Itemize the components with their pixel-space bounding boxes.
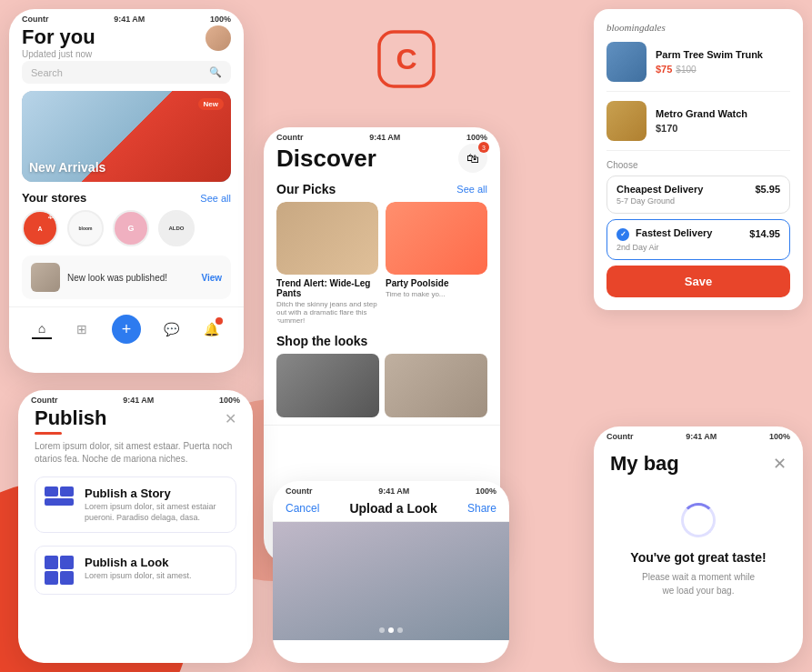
phone-my-bag: Countr 9:41 AM 100% My bag ✕ You've got … bbox=[594, 426, 803, 663]
nav-chat[interactable]: 💬 bbox=[161, 319, 181, 339]
pick-label-1: Trend Alert: Wide-Leg Pants bbox=[276, 278, 378, 298]
story-option-title: Publish a Story bbox=[85, 486, 226, 500]
store-icon-glossier[interactable]: G bbox=[113, 210, 149, 246]
pick-desc-2: Time to make yo... bbox=[386, 290, 487, 298]
carrier-5: Countr bbox=[606, 432, 634, 441]
status-bar-3: Countr 9:41 AM 100% bbox=[18, 390, 253, 406]
bag-title: My bag bbox=[610, 452, 679, 476]
time-5: 9:41 AM bbox=[686, 432, 717, 441]
see-all-stores[interactable]: See all bbox=[200, 193, 231, 204]
for-you-subtitle: Updated just now bbox=[22, 49, 95, 59]
fastest-sub: 2nd Day Air bbox=[617, 243, 780, 252]
shop-img-1[interactable] bbox=[276, 354, 379, 417]
stores-label: Your stores bbox=[22, 191, 86, 205]
item-name-1: Parm Tree Swim Trunk bbox=[656, 49, 763, 60]
upload-title: Upload a Look bbox=[349, 501, 436, 516]
phone-publish: Countr 9:41 AM 100% Publish ✕ Lorem ipsu… bbox=[18, 390, 253, 663]
save-button[interactable]: Save bbox=[606, 266, 790, 297]
shop-img-2[interactable] bbox=[385, 354, 487, 417]
share-button[interactable]: Share bbox=[467, 502, 496, 515]
phone-for-you: Countr 9:41 AM 100% For you Updated just… bbox=[9, 9, 244, 373]
carrier-3: Countr bbox=[31, 396, 58, 405]
cart-button[interactable]: 🛍 3 bbox=[458, 144, 487, 173]
publish-look-option[interactable]: Publish a Look Lorem ipsum dolor, sit am… bbox=[35, 546, 236, 595]
publish-desc: Lorem ipsum dolor, sit amest estaar. Pue… bbox=[35, 440, 236, 466]
look-icon bbox=[45, 556, 74, 585]
time-2: 9:41 AM bbox=[369, 133, 400, 142]
shop-grid bbox=[276, 354, 487, 417]
item-image-2 bbox=[606, 101, 647, 141]
look-option-desc: Lorem ipsum dolor, sit amest. bbox=[85, 571, 192, 582]
battery-4: 100% bbox=[476, 486, 496, 496]
nav-plus[interactable]: + bbox=[112, 315, 141, 344]
battery-5: 100% bbox=[769, 432, 790, 441]
shop-item-2[interactable]: Metro Grand Watch $170 bbox=[606, 101, 790, 151]
banner-new-arrivals[interactable]: New Arrivals New bbox=[22, 91, 231, 182]
cheapest-sub: 5-7 Day Ground bbox=[617, 196, 780, 206]
close-icon[interactable]: ✕ bbox=[225, 410, 236, 427]
status-bar-4: Countr 9:41 AM 100% bbox=[273, 481, 509, 497]
store-icon-aldo[interactable]: ALDO bbox=[158, 210, 195, 246]
delivery-cheapest[interactable]: Cheapest Delivery $5.95 5-7 Day Ground bbox=[606, 176, 790, 214]
nav-home[interactable]: ⌂ bbox=[32, 319, 52, 339]
shop-section-title: Shop the looks bbox=[276, 334, 487, 348]
battery-3: 100% bbox=[219, 396, 240, 405]
banner-label: New Arrivals bbox=[22, 153, 113, 182]
nav-bell[interactable]: 🔔 bbox=[201, 319, 221, 339]
pick-image-2 bbox=[386, 202, 487, 275]
see-all-picks[interactable]: See all bbox=[456, 184, 487, 195]
store-icon-anline[interactable]: A 44 bbox=[22, 210, 58, 246]
picks-section: Our Picks See all Trend Alert: Wide-Leg … bbox=[276, 182, 487, 325]
stores-row: A 44 bloom G ALDO bbox=[22, 210, 231, 246]
upload-image-area bbox=[273, 522, 509, 640]
cancel-button[interactable]: Cancel bbox=[286, 502, 319, 515]
user-avatar bbox=[206, 25, 231, 51]
pick-card-2[interactable]: Party Poolside Time to make yo... bbox=[386, 202, 487, 325]
new-badge: New bbox=[198, 98, 224, 110]
cheapest-name: Cheapest Delivery bbox=[617, 184, 703, 195]
publish-story-option[interactable]: Publish a Story Lorem ipsum dolor, sit a… bbox=[35, 476, 236, 533]
pick-image-1 bbox=[276, 202, 378, 275]
check-icon: ✓ bbox=[617, 228, 629, 241]
cart-badge: 3 bbox=[478, 142, 489, 153]
loading-spinner bbox=[681, 503, 716, 537]
for-you-title: For you bbox=[22, 25, 95, 49]
search-placeholder: Search bbox=[31, 67, 63, 78]
price-new-1: $75 bbox=[656, 64, 672, 75]
discover-title: Discover bbox=[276, 145, 376, 173]
price-old-1: $100 bbox=[676, 65, 696, 75]
delivery-fastest[interactable]: ✓ Fastest Delivery $14.95 2nd Day Air bbox=[606, 219, 790, 260]
notification-row: New look was published! View bbox=[22, 256, 231, 299]
upload-nav: Cancel Upload a Look Share bbox=[273, 497, 509, 522]
nav-grid[interactable]: ⊞ bbox=[72, 319, 92, 339]
bell-badge bbox=[216, 317, 223, 325]
store-icon-bloomingdales[interactable]: bloom bbox=[67, 210, 104, 246]
brand-name: bloomingdales bbox=[606, 22, 790, 33]
app-logo: C bbox=[375, 27, 438, 95]
notif-text: New look was published! bbox=[67, 273, 194, 283]
battery-1: 100% bbox=[210, 15, 231, 24]
status-bar-1: Countr 9:41 AM 100% bbox=[9, 9, 244, 25]
choose-label: Choose bbox=[606, 160, 790, 170]
item-image-1 bbox=[606, 42, 647, 82]
taste-label: You've got great taste! bbox=[630, 550, 766, 565]
cheapest-price: $5.95 bbox=[755, 184, 780, 195]
battery-2: 100% bbox=[466, 133, 487, 142]
bottom-nav-1: ⌂ ⊞ + 💬 🔔 bbox=[9, 306, 244, 347]
search-bar[interactable]: Search 🔍 bbox=[22, 61, 231, 84]
view-btn[interactable]: View bbox=[201, 273, 222, 283]
carrier-4: Countr bbox=[286, 486, 313, 496]
pick-card-1[interactable]: Trend Alert: Wide-Leg Pants Ditch the sk… bbox=[276, 202, 378, 325]
time-4: 9:41 AM bbox=[378, 486, 409, 496]
look-option-title: Publish a Look bbox=[85, 556, 192, 569]
close-bag-icon[interactable]: ✕ bbox=[773, 454, 787, 474]
svg-text:C: C bbox=[396, 43, 416, 75]
shop-item-1[interactable]: Parm Tree Swim Trunk $75 $100 bbox=[606, 42, 790, 92]
picks-title: Our Picks bbox=[276, 182, 336, 196]
fastest-price: $14.95 bbox=[749, 228, 780, 239]
story-option-desc: Lorem ipsum dolor, sit amest estaiar pue… bbox=[85, 502, 226, 523]
image-dots bbox=[379, 627, 403, 633]
carrier-2: Countr bbox=[276, 133, 304, 142]
dot-3 bbox=[397, 627, 403, 633]
pick-label-2: Party Poolside bbox=[386, 278, 487, 288]
